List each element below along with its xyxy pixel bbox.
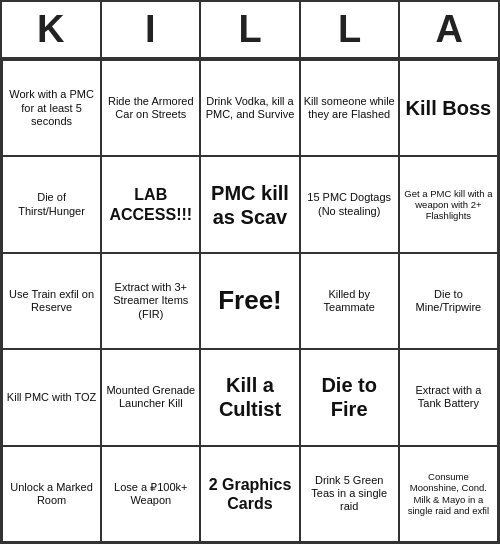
bingo-cell-18: Die to Fire xyxy=(300,349,399,445)
bingo-cell-20: Unlock a Marked Room xyxy=(2,446,101,542)
bingo-cell-16: Mounted Grenade Launcher Kill xyxy=(101,349,200,445)
cell-text-14: Die to Mine/Tripwire xyxy=(403,288,494,314)
bingo-grid: Work with a PMC for at least 5 secondsRi… xyxy=(0,58,500,544)
cell-text-8: 15 PMC Dogtags (No stealing) xyxy=(304,191,395,217)
cell-text-17: Kill a Cultist xyxy=(204,373,295,421)
bingo-cell-8: 15 PMC Dogtags (No stealing) xyxy=(300,156,399,252)
cell-text-16: Mounted Grenade Launcher Kill xyxy=(105,384,196,410)
cell-text-2: Drink Vodka, kill a PMC, and Survive xyxy=(204,95,295,121)
bingo-cell-13: Killed by Teammate xyxy=(300,253,399,349)
cell-text-0: Work with a PMC for at least 5 seconds xyxy=(6,88,97,128)
header-letter-k: K xyxy=(2,2,102,57)
cell-text-5: Die of Thirst/Hunger xyxy=(6,191,97,217)
bingo-cell-14: Die to Mine/Tripwire xyxy=(399,253,498,349)
bingo-header: KILLA xyxy=(0,0,500,58)
bingo-cell-19: Extract with a Tank Battery xyxy=(399,349,498,445)
cell-text-18: Die to Fire xyxy=(304,373,395,421)
cell-text-13: Killed by Teammate xyxy=(304,288,395,314)
bingo-cell-4: Kill Boss xyxy=(399,60,498,156)
bingo-cell-1: Ride the Armored Car on Streets xyxy=(101,60,200,156)
bingo-cell-15: Kill PMC with TOZ xyxy=(2,349,101,445)
cell-text-20: Unlock a Marked Room xyxy=(6,481,97,507)
cell-text-19: Extract with a Tank Battery xyxy=(403,384,494,410)
cell-text-22: 2 Graphics Cards xyxy=(204,475,295,513)
cell-text-24: Consume Moonshine, Cond. Milk & Mayo in … xyxy=(403,471,494,517)
cell-text-1: Ride the Armored Car on Streets xyxy=(105,95,196,121)
bingo-cell-7: PMC kill as Scav xyxy=(200,156,299,252)
header-letter-l: L xyxy=(301,2,401,57)
bingo-cell-5: Die of Thirst/Hunger xyxy=(2,156,101,252)
header-letter-i: I xyxy=(102,2,202,57)
cell-text-15: Kill PMC with TOZ xyxy=(7,391,96,404)
bingo-card: KILLA Work with a PMC for at least 5 sec… xyxy=(0,0,500,544)
bingo-cell-6: LAB ACCESS!!! xyxy=(101,156,200,252)
bingo-cell-3: Kill someone while they are Flashed xyxy=(300,60,399,156)
bingo-cell-23: Drink 5 Green Teas in a single raid xyxy=(300,446,399,542)
bingo-cell-17: Kill a Cultist xyxy=(200,349,299,445)
bingo-cell-9: Get a PMC kill with a weapon with 2+ Fla… xyxy=(399,156,498,252)
cell-text-11: Extract with 3+ Streamer Items (FIR) xyxy=(105,281,196,321)
cell-text-4: Kill Boss xyxy=(406,96,492,120)
bingo-cell-22: 2 Graphics Cards xyxy=(200,446,299,542)
cell-text-23: Drink 5 Green Teas in a single raid xyxy=(304,474,395,514)
cell-text-9: Get a PMC kill with a weapon with 2+ Fla… xyxy=(403,188,494,222)
cell-text-6: LAB ACCESS!!! xyxy=(105,185,196,223)
bingo-cell-11: Extract with 3+ Streamer Items (FIR) xyxy=(101,253,200,349)
header-letter-l: L xyxy=(201,2,301,57)
bingo-cell-2: Drink Vodka, kill a PMC, and Survive xyxy=(200,60,299,156)
cell-text-3: Kill someone while they are Flashed xyxy=(304,95,395,121)
bingo-cell-10: Use Train exfil on Reserve xyxy=(2,253,101,349)
cell-text-21: Lose a ₽100k+ Weapon xyxy=(105,481,196,507)
cell-text-10: Use Train exfil on Reserve xyxy=(6,288,97,314)
cell-text-7: PMC kill as Scav xyxy=(204,181,295,229)
header-letter-a: A xyxy=(400,2,498,57)
bingo-cell-21: Lose a ₽100k+ Weapon xyxy=(101,446,200,542)
bingo-cell-0: Work with a PMC for at least 5 seconds xyxy=(2,60,101,156)
cell-text-12: Free! xyxy=(218,285,282,316)
bingo-cell-24: Consume Moonshine, Cond. Milk & Mayo in … xyxy=(399,446,498,542)
bingo-cell-12: Free! xyxy=(200,253,299,349)
